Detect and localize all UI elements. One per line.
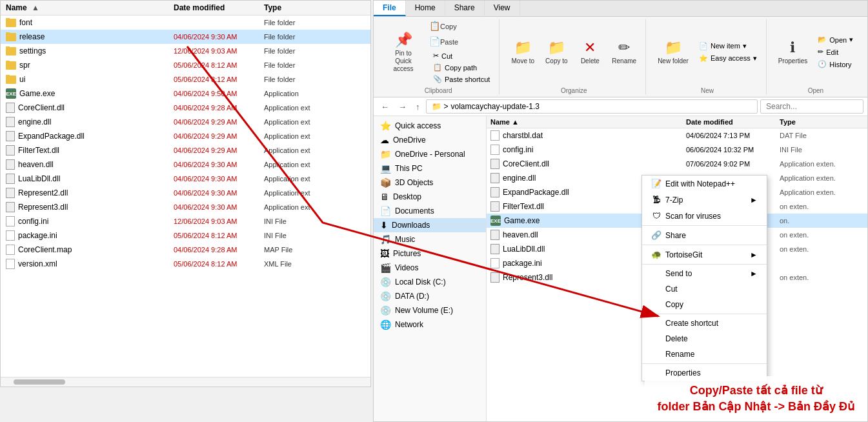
ctx-item-content: 🛡 Scan for viruses [651, 211, 721, 221]
sidebar-item-data-(d:)[interactable]: 💿 DATA (D:) [374, 289, 486, 303]
file-type: on. [780, 217, 863, 225]
list-item[interactable]: CoreClient.dll 04/06/2024 9:28 AM Applic… [1, 101, 370, 115]
context-menu-item[interactable]: 📝 Edit with Notepad++ [642, 176, 767, 192]
sidebar-item-pictures[interactable]: 🖼 Pictures [374, 246, 486, 261]
sidebar-item-new-volume-(e:)[interactable]: 💿 New Volume (E:) [374, 303, 486, 317]
list-item[interactable]: heaven.dll 04/06/2024 9:30 AM Applicatio… [1, 157, 370, 172]
file-date: 12/06/2024 9:03 AM [174, 47, 264, 55]
table-row[interactable]: charstbl.dat 04/06/2024 7:13 PM DAT File [487, 128, 867, 143]
delete-icon: ✕ [584, 39, 596, 56]
sidebar-item-local-disk-(c:)[interactable]: 💿 Local Disk (C:) [374, 275, 486, 289]
file-name-text: config.ini [18, 217, 48, 226]
context-menu-item[interactable]: Send to ► [642, 266, 767, 281]
properties-button[interactable]: ℹ Properties [774, 37, 812, 67]
easy-access-button[interactable]: ⭐ Easy access ▾ [695, 53, 761, 64]
table-row[interactable]: config.ini 06/06/2024 10:32 PM INI File [487, 143, 867, 157]
dll-icon [6, 174, 15, 184]
up-button[interactable]: ↑ [412, 101, 423, 113]
context-menu-item[interactable]: 🛡 Scan for viruses [642, 208, 767, 224]
ctx-item-label: Create shortcut [665, 319, 718, 328]
copy-label: Copy [440, 23, 457, 30]
col-name-header[interactable]: Name ▲ [6, 3, 174, 12]
search-input[interactable] [760, 99, 863, 114]
paste-button[interactable]: Paste [427, 35, 494, 49]
new-item-button[interactable]: 📄 New item ▾ [695, 41, 761, 52]
context-menu-item[interactable]: Delete [642, 331, 767, 347]
tab-home[interactable]: Home [406, 1, 445, 16]
col-type-header[interactable]: Type [264, 3, 365, 12]
tab-share[interactable]: Share [445, 1, 485, 16]
list-item[interactable]: spr 05/06/2024 8:12 AM File folder [1, 58, 370, 72]
horizontal-scrollbar[interactable] [1, 377, 370, 387]
open-button[interactable]: 📂 Open ▾ [814, 34, 857, 45]
sidebar-item-desktop[interactable]: 🖥 Desktop [374, 190, 486, 204]
history-button[interactable]: 🕐 History [814, 59, 857, 70]
cut-button[interactable]: ✂ Cut [429, 50, 494, 61]
sort-arrow-right: ▲ [512, 118, 519, 126]
sidebar-item-onedrive---personal[interactable]: 📁 OneDrive - Personal [374, 147, 486, 161]
list-item[interactable]: package.ini 05/06/2024 8:12 AM INI File [1, 228, 370, 243]
sidebar-icon: 💿 [380, 291, 391, 301]
list-item[interactable]: EXE Game.exe 04/06/2024 9:50 AM Applicat… [1, 86, 370, 101]
right-type-col-header[interactable]: Type [780, 118, 863, 126]
new-folder-button[interactable]: 📁 New folder [654, 37, 692, 67]
list-item[interactable]: CoreClient.map 04/06/2024 9:28 AM MAP Fi… [1, 243, 370, 257]
file-date: 04/06/2024 9:30 AM [174, 203, 264, 211]
paste-shortcut-button[interactable]: 📎 Paste shortcut [429, 74, 494, 85]
sidebar-item-music[interactable]: 🎵 Music [374, 232, 486, 246]
list-item[interactable]: FilterText.dll 04/06/2024 9:29 AM Applic… [1, 143, 370, 157]
context-menu-item[interactable]: Copy [642, 297, 767, 312]
edit-button[interactable]: ✏ Edit [814, 46, 857, 57]
sidebar-item-this-pc[interactable]: 💻 This PC [374, 161, 486, 176]
sidebar-item-videos[interactable]: 🎬 Videos [374, 261, 486, 275]
list-item[interactable]: ui 05/06/2024 8:12 AM File folder [1, 72, 370, 86]
list-item[interactable]: Represent3.dll 04/06/2024 9:30 AM Applic… [1, 200, 370, 214]
right-date-col-header[interactable]: Date modified [686, 118, 780, 126]
ribbon-group-open: ℹ Properties 📂 Open ▾ ✏ Edit [769, 19, 863, 94]
file-date: 05/06/2024 8:12 AM [174, 232, 264, 239]
sidebar-item-quick-access[interactable]: ⭐ Quick access [374, 119, 486, 133]
back-button[interactable]: ← [378, 101, 392, 113]
file-name-text: CoreClient.dll [18, 103, 65, 112]
sidebar-item-network[interactable]: 🌐 Network [374, 317, 486, 332]
sidebar-item-downloads[interactable]: ⬇ Downloads [374, 218, 486, 232]
context-menu-item[interactable]: Cut [642, 281, 767, 297]
sidebar-item-onedrive[interactable]: ☁ OneDrive [374, 133, 486, 147]
move-to-button[interactable]: 📁 Move to [507, 37, 538, 67]
list-item[interactable]: settings 12/06/2024 9:03 AM File folder [1, 44, 370, 58]
list-item[interactable]: version.xml 05/06/2024 8:12 AM XML File [1, 257, 370, 271]
context-menu-item[interactable]: Rename [642, 347, 767, 362]
list-item[interactable]: release 04/06/2024 9:30 AM File folder [1, 30, 370, 44]
tab-view[interactable]: View [485, 1, 520, 16]
list-item[interactable]: config.ini 12/06/2024 9:03 AM INI File [1, 214, 370, 228]
sidebar-label: Network [395, 320, 423, 329]
copy-to-button[interactable]: 📁 Copy to [541, 37, 572, 67]
copy-path-icon: 📋 [433, 63, 442, 72]
table-row[interactable]: CoreClient.dll 07/06/2024 9:02 PM Applic… [487, 157, 867, 171]
copy-button[interactable]: Copy [427, 19, 494, 34]
forward-button[interactable]: → [395, 101, 410, 113]
file-name-text: FilterText.dll [503, 202, 544, 211]
context-menu-item[interactable]: 🐢 TortoiseGit ► [642, 246, 767, 263]
sidebar-item-documents[interactable]: 📄 Documents [374, 204, 486, 218]
context-menu-item[interactable]: 🔗 Share [642, 227, 767, 243]
col-date-header[interactable]: Date modified [174, 3, 264, 12]
list-item[interactable]: Represent2.dll 04/06/2024 9:30 AM Applic… [1, 186, 370, 200]
context-menu-item[interactable]: 🗜 7-Zip ► [642, 192, 767, 208]
list-item[interactable]: engine.dll 04/06/2024 9:29 AM Applicatio… [1, 115, 370, 129]
delete-button[interactable]: ✕ Delete [574, 37, 605, 67]
sidebar-item-3d-objects[interactable]: 📦 3D Objects [374, 176, 486, 190]
tab-file[interactable]: File [374, 1, 406, 16]
pin-to-quick-access-button[interactable]: Pin to Quick access [383, 29, 424, 75]
sidebar-label: Local Disk (C:) [395, 277, 446, 286]
right-name-col-header[interactable]: Name ▲ [490, 118, 686, 126]
context-menu-item[interactable]: Create shortcut [642, 316, 767, 331]
clipboard-group-label: Clipboard [425, 86, 452, 94]
list-item[interactable]: ExpandPackage.dll 04/06/2024 9:29 AM App… [1, 129, 370, 143]
copy-path-button[interactable]: 📋 Copy path [429, 62, 494, 73]
rename-button[interactable]: ✏ Rename [608, 37, 640, 67]
list-item[interactable]: font File folder [1, 15, 370, 30]
address-path[interactable]: 📁 > volamcaychay-update-1.3 [426, 99, 758, 114]
list-item[interactable]: LuaLibDll.dll 04/06/2024 9:30 AM Applica… [1, 172, 370, 186]
open-label: Open [829, 36, 847, 44]
